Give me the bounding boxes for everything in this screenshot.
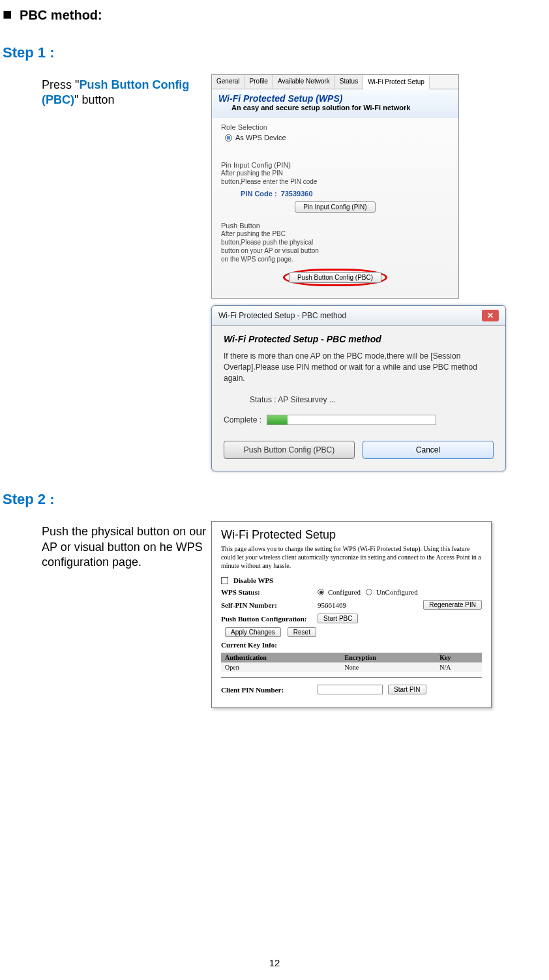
tab-bar: General Profile Available Network Status… xyxy=(212,75,458,89)
dialog-pbc-button[interactable]: Push Button Config (PBC) xyxy=(224,441,355,459)
step2-label: Step 2 : xyxy=(3,491,546,508)
step2-text: Push the physical button on our AP or vi… xyxy=(3,521,211,570)
push-button-group-label: Push Button xyxy=(221,222,449,230)
apply-changes-button[interactable]: Apply Changes xyxy=(225,627,281,637)
dialog-cancel-button[interactable]: Cancel xyxy=(363,441,494,459)
pin-code-value: 73539360 xyxy=(281,190,313,198)
self-pin-label: Self-PIN Number: xyxy=(221,601,312,609)
close-icon[interactable]: ✕ xyxy=(482,310,499,321)
client-pin-input[interactable] xyxy=(318,685,383,694)
th-auth: Authentication xyxy=(221,653,340,662)
pbc-desc1: After pushing the PBC xyxy=(221,230,449,238)
dialog-heading: Wi-Fi Protected Setup - PBC method xyxy=(224,334,494,344)
step1-text: Press "Push Button Config (PBC)" button xyxy=(3,74,211,108)
disable-wps-label: Disable WPS xyxy=(233,576,273,584)
heading-text: PBC method: xyxy=(20,8,102,22)
step1-label: Step 1 : xyxy=(3,44,546,61)
ap-wps-config-panel: Wi-Fi Protected Setup This page allows y… xyxy=(211,521,492,708)
wps-status-label: WPS Status: xyxy=(221,588,312,596)
pbc-desc3: button on your AP or visual button xyxy=(221,246,449,255)
regenerate-pin-button[interactable]: Regenerate PIN xyxy=(423,600,482,610)
role-option-text: As WPS Device xyxy=(235,134,286,141)
pin-desc2: button,Please enter the PIN code xyxy=(221,177,449,186)
role-radio-row[interactable]: As WPS Device xyxy=(221,134,449,141)
divider xyxy=(221,677,482,678)
pin-group-label: Pin Input Config (PIN) xyxy=(221,161,449,169)
role-selection-label: Role Selection xyxy=(221,123,449,131)
dialog-status-label: Status : xyxy=(250,395,276,404)
dialog-titlebar: Wi-Fi Protected Setup - PBC method ✕ xyxy=(212,306,505,326)
pin-code-label: PIN Code : xyxy=(241,190,277,198)
tab-profile[interactable]: Profile xyxy=(245,75,273,89)
radio-selected-icon xyxy=(225,134,232,141)
step1-prefix: Press " xyxy=(42,78,79,91)
configured-text: Configured xyxy=(328,588,361,596)
th-enc: Encryption xyxy=(340,653,436,662)
td-enc: None xyxy=(340,662,436,672)
push-button-config-button[interactable]: Push Button Config (PBC) xyxy=(289,272,381,283)
pbc-desc4: on the WPS config page. xyxy=(221,255,449,263)
pbc-dialog: Wi-Fi Protected Setup - PBC method ✕ Wi-… xyxy=(211,305,506,471)
section-heading: ■ PBC method: xyxy=(3,5,546,23)
tab-available-network[interactable]: Available Network xyxy=(273,75,335,89)
start-pbc-button[interactable]: Start PBC xyxy=(318,614,358,623)
dialog-complete-label: Complete : xyxy=(224,415,261,424)
dialog-title-text: Wi-Fi Protected Setup - PBC method xyxy=(218,311,346,320)
bullet-square-icon: ■ xyxy=(3,5,12,23)
key-info-table: Authentication Encryption Key Open None … xyxy=(221,653,482,672)
client-pin-label: Client PIN Number: xyxy=(221,686,312,694)
td-key: N/A xyxy=(436,662,482,672)
progress-bar xyxy=(267,415,436,425)
th-key: Key xyxy=(436,653,482,662)
td-auth: Open xyxy=(221,662,340,672)
ap-panel-desc: This page allows you to change the setti… xyxy=(221,544,482,570)
wps-panel: General Profile Available Network Status… xyxy=(211,74,459,299)
disable-wps-checkbox[interactable] xyxy=(221,577,228,584)
wps-header: Wi-Fi Protected Setup (WPS) An easy and … xyxy=(212,89,458,118)
ap-panel-title: Wi-Fi Protected Setup xyxy=(221,528,482,542)
unconfigured-text: UnConfigured xyxy=(376,588,418,596)
pin-input-config-button[interactable]: Pin Input Config (PIN) xyxy=(295,201,375,213)
wps-subtitle: An easy and secure setup solution for Wi… xyxy=(218,104,452,111)
tab-general[interactable]: General xyxy=(212,75,245,89)
step1-suffix: " button xyxy=(74,93,114,106)
configured-radio[interactable]: Configured xyxy=(318,588,361,596)
dialog-info-text: If there is more than one AP on the PBC … xyxy=(224,351,494,383)
wps-title: Wi-Fi Protected Setup (WPS) xyxy=(218,93,452,104)
tab-status[interactable]: Status xyxy=(335,75,363,89)
start-pin-button[interactable]: Start PIN xyxy=(388,685,426,694)
pbc-label: Push Button Configuration: xyxy=(221,615,312,623)
page-number: 12 xyxy=(0,957,549,968)
pbc-desc2: button,Please push the physical xyxy=(221,238,449,246)
dialog-status-value: AP Sitesurvey ... xyxy=(278,395,335,404)
current-key-info-label: Current Key Info: xyxy=(221,641,312,649)
tab-wifi-protect-setup[interactable]: Wi-Fi Protect Setup xyxy=(363,76,430,89)
pin-desc1: After pushing the PIN xyxy=(221,169,449,177)
unconfigured-radio[interactable]: UnConfigured xyxy=(366,588,418,596)
reset-button[interactable]: Reset xyxy=(288,627,316,637)
self-pin-value: 95661469 xyxy=(318,601,346,609)
pbc-highlight-annotation: Push Button Config (PBC) xyxy=(283,269,387,286)
